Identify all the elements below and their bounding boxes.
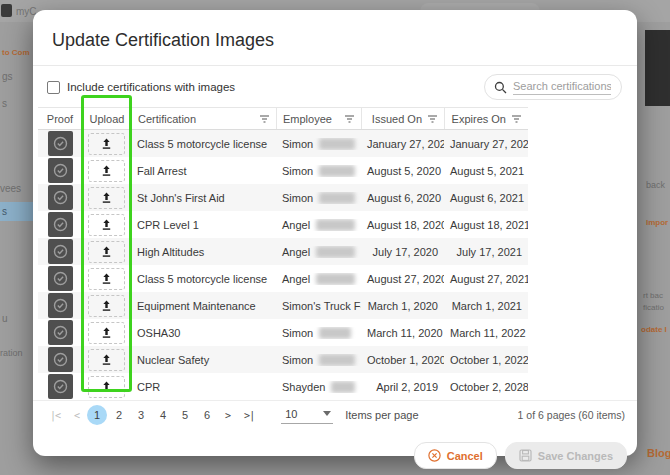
pager-first-button[interactable]: |<	[43, 410, 67, 421]
pager-page-6[interactable]: 6	[197, 405, 217, 425]
certification-cell: St John's First Aid	[131, 192, 276, 204]
redacted-employee-name	[316, 273, 355, 285]
upload-image-button[interactable]	[88, 349, 125, 371]
table-row[interactable]: Nuclear Safety Simon October 1, 2020 Oct…	[38, 346, 528, 373]
proof-image-button[interactable]	[48, 347, 73, 372]
proof-image-button[interactable]	[48, 185, 73, 210]
employee-cell: Shayden	[276, 381, 361, 393]
circle-check-icon	[53, 298, 68, 313]
upload-image-button[interactable]	[88, 160, 125, 182]
issued-on-cell: January 27, 2020	[361, 138, 444, 150]
employee-cell: Simon's Truck F-250	[276, 300, 361, 312]
pager: |< < 123456 > >| 10 Items per page 1 of …	[33, 400, 637, 428]
upload-image-button[interactable]	[88, 187, 125, 209]
search-certifications-input[interactable]	[513, 79, 611, 95]
employee-cell: Simon	[276, 138, 361, 150]
proof-image-button[interactable]	[48, 158, 73, 183]
proof-image-button[interactable]	[48, 266, 73, 291]
update-certification-images-dialog: Update Certification Images Include cert…	[33, 10, 637, 456]
upload-icon	[100, 191, 113, 204]
backdrop-left-fragment: s	[2, 206, 7, 217]
issued-on-cell: August 6, 2020	[361, 192, 444, 204]
table-row[interactable]: CPR Shayden April 2, 2019 October 2, 202…	[38, 373, 528, 400]
table-body: Class 5 motorcycle license Simon January…	[38, 130, 528, 400]
proof-image-button[interactable]	[48, 212, 73, 237]
upload-image-button[interactable]	[88, 268, 125, 290]
column-header-upload: Upload	[82, 108, 131, 129]
expires-on-cell: January 27, 2021	[444, 138, 528, 150]
cancel-circle-x-icon	[428, 449, 441, 462]
backdrop-right-fragment: Impor	[646, 218, 668, 227]
pager-last-button[interactable]: >|	[237, 410, 261, 421]
certification-cell: OSHA30	[131, 327, 276, 339]
column-header-employee: Employee	[276, 108, 361, 129]
backdrop-dark-panel	[645, 30, 670, 106]
upload-image-button[interactable]	[88, 133, 125, 155]
proof-image-button[interactable]	[48, 131, 73, 156]
employee-cell: Simon	[276, 192, 361, 204]
certification-cell: CPR Level 1	[131, 219, 276, 231]
pager-page-5[interactable]: 5	[175, 405, 195, 425]
pager-prev-button[interactable]: <	[67, 410, 86, 421]
upload-image-button[interactable]	[88, 376, 125, 398]
upload-icon	[100, 164, 113, 177]
upload-image-button[interactable]	[88, 214, 125, 236]
upload-icon	[100, 272, 113, 285]
backdrop-left-fragment: s	[2, 98, 7, 109]
upload-image-button[interactable]	[88, 295, 125, 317]
backdrop-right-fragment: odate I	[641, 325, 667, 334]
pager-page-3[interactable]: 3	[131, 405, 151, 425]
filter-icon[interactable]	[427, 114, 438, 124]
expires-on-cell: March 11, 2022	[444, 327, 528, 339]
table-row[interactable]: Class 5 motorcycle license Angel August …	[38, 265, 528, 292]
circle-check-icon	[53, 352, 68, 367]
filter-icon[interactable]	[259, 114, 270, 124]
employee-cell: Simon	[276, 165, 361, 177]
backdrop-blog-link: Blog	[647, 447, 670, 459]
proof-image-button[interactable]	[48, 293, 73, 318]
circle-check-icon	[53, 271, 68, 286]
table-row[interactable]: Fall Arrest Simon August 5, 2020 August …	[38, 157, 528, 184]
table-row[interactable]: CPR Level 1 Angel August 18, 2020 August…	[38, 211, 528, 238]
issued-on-cell: October 1, 2020	[361, 354, 444, 366]
upload-icon	[100, 299, 113, 312]
redacted-employee-name	[319, 138, 355, 150]
certification-cell: Nuclear Safety	[131, 354, 276, 366]
table-row[interactable]: Class 5 motorcycle license Simon January…	[38, 130, 528, 157]
redacted-employee-name	[316, 246, 355, 258]
column-header-proof: Proof	[38, 108, 82, 129]
upload-icon	[100, 326, 113, 339]
search-certifications-box[interactable]	[484, 74, 622, 100]
certification-cell: CPR	[131, 381, 276, 393]
certification-cell: Fall Arrest	[131, 165, 276, 177]
pager-page-1[interactable]: 1	[87, 405, 107, 425]
issued-on-cell: August 5, 2020	[361, 165, 444, 177]
upload-icon	[100, 353, 113, 366]
pager-pages: 123456	[86, 405, 218, 425]
table-row[interactable]: High Altitudes Angel July 17, 2020 July …	[38, 238, 528, 265]
upload-image-button[interactable]	[88, 241, 125, 263]
pager-next-button[interactable]: >	[218, 410, 237, 421]
include-images-checkbox[interactable]	[47, 81, 60, 94]
proof-image-button[interactable]	[48, 239, 73, 264]
filter-icon[interactable]	[344, 114, 355, 124]
proof-image-button[interactable]	[48, 374, 73, 399]
filter-icon[interactable]	[511, 114, 522, 124]
search-icon	[494, 81, 507, 94]
table-row[interactable]: Equipment Maintenance Simon's Truck F-25…	[38, 292, 528, 319]
upload-image-button[interactable]	[88, 322, 125, 344]
page-size-dropdown[interactable]: 10	[281, 407, 333, 424]
backdrop-left-fragment: to Com	[2, 48, 30, 57]
pager-page-4[interactable]: 4	[153, 405, 173, 425]
table-row[interactable]: St John's First Aid Simon August 6, 2020…	[38, 184, 528, 211]
expires-on-cell: March 1, 2021	[444, 300, 528, 312]
table-row[interactable]: OSHA30 Simon March 11, 2020 March 11, 20…	[38, 319, 528, 346]
backdrop-left-fragment: ration	[0, 348, 23, 358]
issued-on-cell: March 11, 2020	[361, 327, 444, 339]
save-changes-button[interactable]: Save Changes	[505, 442, 627, 469]
backdrop-right-fragment: rt bac	[643, 291, 663, 300]
pager-page-2[interactable]: 2	[109, 405, 129, 425]
cancel-button[interactable]: Cancel	[414, 442, 497, 469]
proof-image-button[interactable]	[48, 320, 73, 345]
certification-cell: Class 5 motorcycle license	[131, 273, 276, 285]
